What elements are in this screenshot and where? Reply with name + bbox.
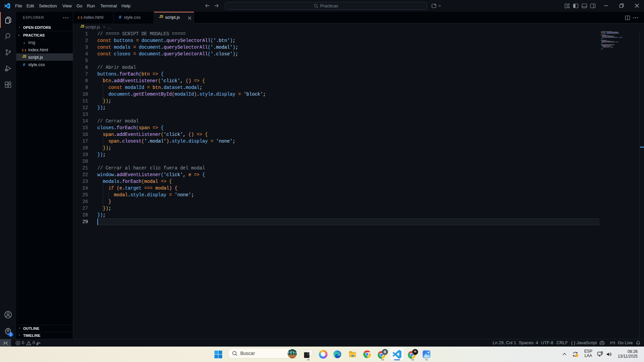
svg-text:B: B [384, 350, 386, 354]
